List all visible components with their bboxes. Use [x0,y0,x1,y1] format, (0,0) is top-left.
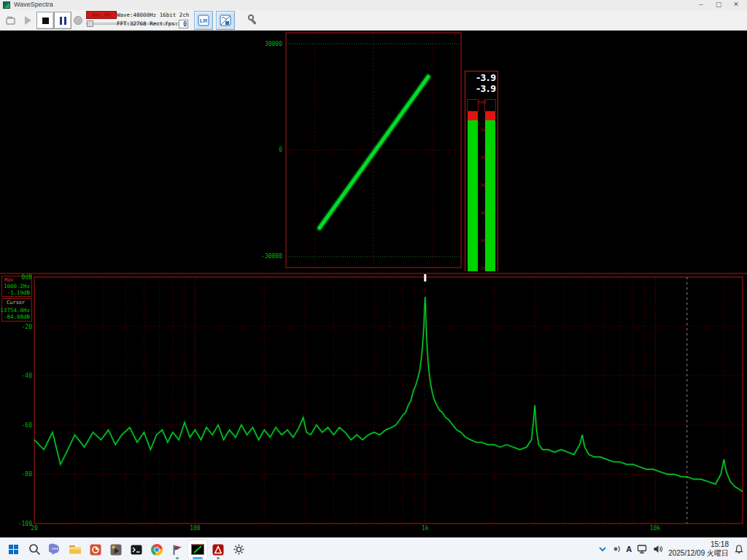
lr-channels-icon: LR [198,15,209,26]
play-button[interactable] [22,14,34,27]
stop-icon [42,18,49,24]
pause-button[interactable] [54,12,71,29]
window-title: WaveSpectra [14,1,53,8]
meter-bar-green [485,120,495,273]
open-button[interactable] [4,14,19,27]
taskbar-app-settings[interactable] [229,540,248,559]
media-player-icon [110,544,122,556]
chrome-icon [151,544,163,556]
cursor-info-box: Cursor 13754.0Hz -84.08dB [1,298,32,322]
wrench-icon [247,13,260,26]
fps-value-field[interactable]: 0 [179,20,188,28]
lissajous-plot [0,31,747,271]
meter-bar-red-cap [468,112,478,120]
file-explorer-icon [69,544,82,555]
office-app-icon [90,544,101,556]
running-app-indicator [217,557,220,559]
phase-scope-panel: 30000 0 -30000 -3.9 -3.9 0dB-10-20-30-40… [0,31,747,271]
title-bar: WaveSpectra – ▢ ✕ [0,0,747,11]
minimize-button[interactable]: – [693,0,709,9]
flag-app-icon [171,544,183,556]
meter-readout-right: -3.9 [476,83,495,94]
channel-display-toggle-button[interactable]: LR [194,11,213,30]
hidden-icons-arrow-icon[interactable] [598,545,607,553]
settings-button[interactable] [245,12,261,28]
pause-icon [60,17,66,25]
chat-icon [49,543,61,556]
wavespectra-icon [191,544,204,555]
clock-date: 2025/12/09 火曜日 [668,549,729,558]
taskbar-app-file-explorer[interactable] [66,540,85,559]
tray-utility-icon[interactable] [612,545,621,553]
taskbar-app-acrobat[interactable] [209,540,228,559]
open-icon [6,15,18,26]
taskbar-app-terminal[interactable] [127,540,146,559]
wave-spectrum-split-icon [220,15,231,26]
settings-gear-icon [233,543,245,556]
svg-text:LR: LR [200,18,208,24]
taskbar-app-chat[interactable] [45,540,64,559]
meter-readout-left: -3.9 [476,72,495,83]
record-button[interactable] [73,15,83,26]
fft-info: FFT:32768 Rect. [117,20,166,27]
lissajous-ytick-bottom: -30000 [258,253,282,260]
ime-mode-indicator[interactable]: A [626,545,632,553]
spectrum-ytick: -60 [13,422,32,429]
spectrum-ytick: 0dB [13,274,32,281]
spectrum-plot[interactable] [0,271,747,537]
taskbar-app-media-player[interactable] [107,540,125,559]
taskbar-clock[interactable]: 15:18 2025/12/09 火曜日 [668,540,729,558]
display-mode-toggle-button[interactable] [216,11,235,30]
app-icon [3,1,10,9]
taskbar: A 15:18 2025/12/09 火曜日 [0,537,747,560]
network-icon[interactable] [637,544,648,554]
position-slider-thumb[interactable] [87,20,93,27]
meter-bar-red-cap [485,112,495,120]
system-tray: A 15:18 2025/12/09 火曜日 [598,538,744,560]
max-label: Max [4,277,14,283]
taskbar-app-flag-app[interactable] [168,540,187,559]
desktop: WaveSpectra – ▢ ✕ Rec.Mo Wave:48000Hz 16… [0,0,747,560]
terminal-icon [131,545,142,555]
taskbar-app-search[interactable] [25,540,44,559]
cursor-label: Cursor [7,300,25,306]
meter-bar-green [468,120,478,273]
taskbar-app-office-app[interactable] [86,540,105,559]
cursor-level: -84.08dB [4,314,30,320]
max-level: -1.19dB [7,289,30,296]
close-button[interactable]: ✕ [728,0,744,9]
running-app-indicator [176,557,179,559]
spectrum-panel: Max 1000.2Hz -1.19dB Cursor 13754.0Hz -8… [0,271,747,537]
volume-icon[interactable] [653,544,663,554]
meter-scale-label: -50 [477,238,487,243]
max-frequency: 1000.2Hz [4,283,30,289]
search-icon [28,543,41,556]
toolbar: Rec.Mo Wave:48000Hz 16bit 2ch FFT:32768 … [0,10,747,31]
notifications-bell-icon[interactable] [734,544,744,554]
taskbar-app-chrome[interactable] [147,540,166,559]
meter-scale-label: -20 [477,155,487,160]
maximize-button[interactable]: ▢ [711,0,727,9]
spectrum-ytick: -40 [13,373,32,379]
meter-scale-label: -10 [477,127,487,132]
cursor-frequency: 13754.0Hz [0,307,30,314]
meter-scale-label: -60 [477,265,487,271]
taskbar-apps [4,539,248,560]
wave-format-info: Wave:48000Hz 16bit 2ch [117,12,189,18]
spectrum-trace [34,297,743,491]
meter-scale-label: -40 [477,210,487,215]
play-icon [25,16,31,25]
fps-label: fps: [165,20,178,27]
stop-button[interactable] [36,12,54,29]
acrobat-icon [212,544,224,556]
spectrum-ytick: -20 [13,324,32,330]
taskbar-app-start[interactable] [4,540,23,559]
spectrum-xtick: 1k [417,525,434,532]
spectrum-xtick: 20 [26,525,43,532]
spectrum-xtick: 100 [186,525,204,532]
taskbar-app-wavespectra[interactable] [188,540,207,559]
active-app-indicator [193,557,203,559]
spectrum-ytick: -80 [13,471,32,478]
rec-indicator: Rec.Mo [86,11,117,19]
level-meter: -3.9 -3.9 0dB-10-20-30-40-50-60 L R [465,71,498,284]
